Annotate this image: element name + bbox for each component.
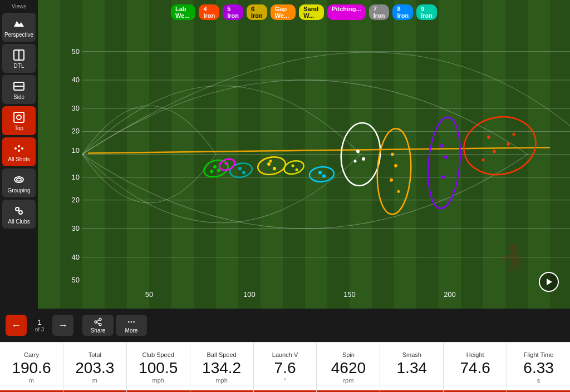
svg-point-64 <box>390 178 393 182</box>
club-speed-label: Club Speed <box>142 351 174 358</box>
legend-6iron[interactable]: 6 Iron <box>247 4 267 20</box>
svg-point-53 <box>296 168 298 171</box>
ball-speed-value: 134.2 <box>202 360 241 376</box>
height-value: 74.6 <box>460 360 490 376</box>
sidebar-btn-perspective[interactable]: Perspective <box>2 13 36 42</box>
svg-point-83 <box>99 318 101 320</box>
views-label: Views <box>2 2 36 11</box>
svg-point-73 <box>493 150 496 153</box>
svg-point-61 <box>375 128 413 215</box>
svg-point-75 <box>482 158 485 161</box>
more-button[interactable]: More <box>116 315 147 336</box>
prev-button[interactable]: ← <box>6 315 27 336</box>
svg-point-38 <box>202 157 230 180</box>
share-more-group: Share More <box>82 315 147 336</box>
share-button[interactable]: Share <box>82 315 114 336</box>
legend-4iron[interactable]: 4 Iron <box>199 4 219 20</box>
svg-point-46 <box>225 162 228 165</box>
legend-7iron[interactable]: 7 Iron <box>369 4 390 20</box>
carry-value: 190.6 <box>12 360 51 376</box>
legend-8iron[interactable]: 8 Iron <box>392 4 413 20</box>
sidebar-btn-grouping[interactable]: Grouping <box>2 168 36 197</box>
svg-point-9 <box>18 150 20 152</box>
club-speed-unit: mph <box>153 377 164 384</box>
grouping-label: Grouping <box>7 187 30 193</box>
height-label: Height <box>466 351 484 358</box>
svg-point-88 <box>128 321 130 322</box>
current-page: 1 <box>37 318 41 326</box>
svg-point-89 <box>131 321 132 322</box>
golfer-silhouette <box>487 241 531 274</box>
svg-point-43 <box>238 167 242 170</box>
svg-line-79 <box>502 255 510 260</box>
svg-point-69 <box>441 176 445 179</box>
course-area: Lab We... 4 Iron 5 Iron 6 Iron Gap We...… <box>38 0 570 309</box>
svg-point-47 <box>257 155 287 176</box>
sidebar-btn-side[interactable]: Side <box>2 75 36 104</box>
svg-text:100: 100 <box>243 290 255 299</box>
svg-text:20: 20 <box>72 196 80 204</box>
svg-point-59 <box>362 157 365 161</box>
legend-pitching[interactable]: Pitching... <box>327 4 366 20</box>
spin-label: Spin <box>342 351 355 358</box>
legend-lab-wedge[interactable]: Lab We... <box>171 4 195 20</box>
sidebar-btn-dtl[interactable]: DTL <box>2 44 36 73</box>
svg-text:40: 40 <box>72 252 80 261</box>
svg-point-44 <box>242 171 245 174</box>
legend-gap-wedge[interactable]: Gap We... <box>271 4 296 20</box>
stat-launch-v: Launch V 7.6 ° <box>254 343 317 392</box>
sidebar: Views Perspective DTL Side Top All Shots <box>0 0 38 309</box>
bottom-controls: ← 1 of 3 → Share More <box>0 309 570 342</box>
flight-time-label: Flight Time <box>524 351 554 358</box>
svg-point-67 <box>440 144 444 147</box>
stat-ball-speed: Ball Speed 134.2 mph <box>190 343 254 392</box>
svg-text:200: 200 <box>444 290 456 299</box>
stat-height: Height 74.6 <box>444 343 507 392</box>
ball-speed-unit: mph <box>215 377 227 384</box>
svg-text:50: 50 <box>72 47 80 55</box>
svg-rect-78 <box>510 251 517 263</box>
sidebar-btn-top[interactable]: Top <box>2 106 36 135</box>
svg-text:40: 40 <box>72 76 80 84</box>
svg-point-65 <box>397 190 400 193</box>
launch-v-value: 7.6 <box>274 360 296 376</box>
ball-speed-label: Ball Speed <box>207 351 237 358</box>
smash-value: 1.34 <box>397 360 428 376</box>
svg-point-62 <box>391 152 394 156</box>
svg-point-39 <box>213 165 217 168</box>
legend-5iron[interactable]: 5 Iron <box>223 4 243 20</box>
sidebar-btn-all-shots[interactable]: All Shots <box>2 137 36 166</box>
svg-text:150: 150 <box>343 290 356 299</box>
next-button[interactable]: → <box>52 315 73 336</box>
svg-point-54 <box>309 166 335 183</box>
svg-line-80 <box>517 255 520 265</box>
svg-point-11 <box>17 178 21 181</box>
play-button[interactable] <box>539 272 559 292</box>
svg-point-51 <box>283 158 305 176</box>
svg-point-71 <box>487 136 490 139</box>
stat-smash: Smash 1.34 <box>380 343 444 392</box>
svg-text:10: 10 <box>72 146 80 155</box>
svg-point-8 <box>21 147 23 150</box>
svg-point-12 <box>16 207 19 211</box>
smash-unit <box>411 377 412 384</box>
svg-point-90 <box>133 321 135 322</box>
launch-v-label: Launch V <box>272 351 298 358</box>
svg-text:50: 50 <box>72 276 80 284</box>
legend-9iron[interactable]: 9 Iron <box>416 4 437 20</box>
svg-point-68 <box>444 156 448 159</box>
svg-point-40 <box>217 168 220 172</box>
svg-point-13 <box>19 211 22 214</box>
svg-point-50 <box>269 160 272 162</box>
svg-point-52 <box>292 164 294 167</box>
flight-time-value: 6.33 <box>523 360 554 376</box>
legend-bar: Lab We... 4 Iron 5 Iron 6 Iron Gap We...… <box>171 4 437 20</box>
svg-text:20: 20 <box>72 127 80 135</box>
total-unit: m <box>92 377 97 384</box>
perspective-label: Perspective <box>4 32 33 38</box>
svg-point-66 <box>425 116 464 210</box>
stat-carry: Carry 190.6 m <box>0 343 63 392</box>
legend-sand-wedge[interactable]: Sand W... <box>299 4 324 20</box>
svg-point-85 <box>99 323 101 325</box>
sidebar-btn-all-clubs[interactable]: All Clubs <box>2 200 36 229</box>
